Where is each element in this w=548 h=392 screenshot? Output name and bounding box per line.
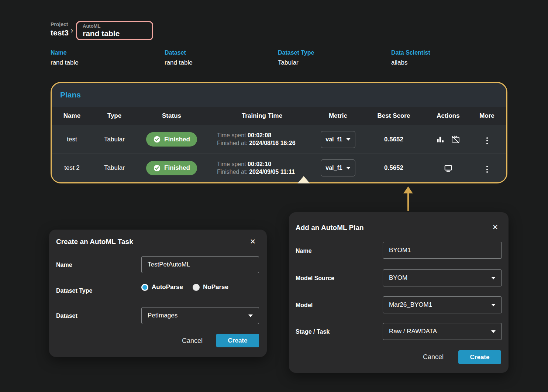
add-automl-plan-modal: Add an AutoML Plan ✕ Name BYOM1 Model So… [289,212,509,373]
kebab-menu-icon[interactable] [485,164,489,174]
time-spent-value: 00:02:08 [248,132,271,138]
radio-label: NoParse [203,283,228,291]
dataset-dropdown[interactable]: PetImages [141,307,259,324]
col-header-more: More [468,112,506,120]
col-header-metric: Metric [317,112,359,120]
actions-cell [429,135,468,144]
radio-selected-icon[interactable] [141,284,148,291]
breadcrumb-automl-label: AutoML [83,23,152,29]
col-header-training-time: Training Time [207,112,317,120]
finished-at-value: 2024/09/05 11:11 [249,169,295,175]
finished-at-label: Finished at: [217,140,248,146]
name-field-label: Name [56,262,72,268]
task-info-strip: Name rand table Dataset rand table Datas… [51,49,505,66]
plans-title: Plans [60,90,81,99]
tv-off-icon[interactable] [451,135,460,144]
model-dropdown[interactable]: Mar26_BYOM1 [383,296,502,313]
stage-task-dropdown-value: Raw / RAWDATA [389,328,437,335]
more-cell [468,133,506,146]
dataset-type-radio-group: AutoParse NoParse [141,283,228,291]
col-header-best-score: Best Score [359,112,429,120]
name-field-label: Name [296,248,312,254]
info-divider [51,71,505,71]
dataset-dropdown-value: PetImages [148,312,178,319]
plan-status-cell: Finished [137,132,207,147]
plan-name: test [52,136,92,143]
plan-type: Tabular [92,164,137,172]
chevron-down-icon [491,277,496,279]
col-header-type: Type [92,112,137,120]
info-label: Data Scientist [391,49,505,56]
radio-unselected-icon[interactable] [193,284,200,291]
close-icon[interactable]: ✕ [250,238,256,245]
breadcrumb-project[interactable]: Project test3 [51,21,69,37]
dataset-type-field-label: Dataset Type [56,288,92,294]
status-badge: Finished [146,161,197,175]
plan-status-cell: Finished [137,161,207,175]
metric-cell: val_f1 [317,159,359,176]
time-spent-label: Time spent [217,161,246,167]
metric-dropdown[interactable]: val_f1 [321,131,355,148]
create-button[interactable]: Create [458,350,501,364]
table-row: test 2 Tabular Finished Time spent 00:02… [52,154,506,182]
more-cell [468,162,506,174]
radio-label: AutoParse [152,283,183,291]
info-value: rand table [165,59,278,66]
cancel-button[interactable]: Cancel [423,353,444,361]
model-source-dropdown-value: BYOM [389,274,407,282]
metric-value: val_f1 [325,165,342,171]
training-time-cell: Time spent 00:02:08 Finished at: 2024/08… [207,131,317,148]
info-label: Dataset [165,49,278,56]
radio-autoparse[interactable]: AutoParse [141,283,183,291]
info-field-name: Name rand table [51,49,165,66]
col-header-actions: Actions [429,112,468,120]
kebab-menu-icon[interactable] [485,136,489,146]
model-dropdown-value: Mar26_BYOM1 [389,301,432,309]
col-header-status: Status [137,112,207,120]
modal-title: Add an AutoML Plan [296,224,364,232]
monitor-icon[interactable] [444,164,453,173]
dataset-field-label: Dataset [56,313,77,319]
create-button[interactable]: Create [216,334,259,347]
breadcrumb-automl-highlight-box[interactable]: AutoML rand table [76,21,153,40]
chevron-down-icon [491,304,496,306]
annotation-arrow-head [403,186,413,193]
radio-noparse[interactable]: NoParse [193,283,228,291]
check-circle-icon [153,135,161,143]
create-automl-task-modal: Create an AutoML Task ✕ Name TestPetAuto… [49,230,267,357]
automl-page: Project test3 › AutoML rand table Name r… [0,0,548,392]
model-source-dropdown[interactable]: BYOM [383,269,502,286]
status-badge: Finished [146,132,197,147]
col-header-name: Name [52,112,92,120]
stage-task-dropdown[interactable]: Raw / RAWDATA [383,323,502,340]
plans-titlebar: Plans [52,83,506,107]
metric-cell: val_f1 [317,131,359,148]
status-text: Finished [164,164,190,172]
table-row: test Tabular Finished Time spent 00:02:0… [52,125,506,154]
chevron-down-icon [491,330,496,333]
check-circle-icon [153,164,161,172]
name-input[interactable]: TestPetAutoML [141,256,259,273]
info-value: Tabular [278,59,391,66]
name-input[interactable]: BYOM1 [383,242,502,259]
model-field-label: Model [296,302,313,309]
info-field-dataset-type: Dataset Type Tabular [278,49,391,66]
model-source-field-label: Model Source [296,275,334,282]
breadcrumb-automl-value[interactable]: rand table [83,29,152,38]
actions-cell [429,164,468,173]
chevron-down-icon [346,138,351,141]
modal-title: Create an AutoML Task [56,238,133,246]
breadcrumb-project-value[interactable]: test3 [51,28,69,37]
info-label: Dataset Type [278,49,391,56]
status-text: Finished [164,136,190,143]
bar-chart-icon[interactable] [436,135,444,144]
best-score: 0.5652 [359,164,429,172]
close-icon[interactable]: ✕ [492,224,498,231]
cancel-button[interactable]: Cancel [182,337,203,345]
info-value: ailabs [391,59,505,66]
plans-panel-highlight-box: Plans Name Type Status Training Time Met… [51,82,507,183]
info-label: Name [51,49,165,56]
metric-dropdown[interactable]: val_f1 [321,159,355,176]
time-spent-value: 00:02:10 [248,161,271,167]
best-score: 0.5652 [359,136,429,143]
